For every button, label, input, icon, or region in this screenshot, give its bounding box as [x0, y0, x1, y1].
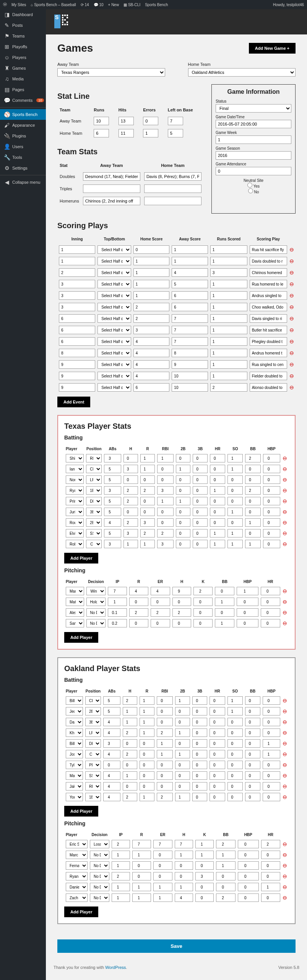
lob-input[interactable]: [168, 129, 183, 137]
r-input[interactable]: [140, 454, 155, 462]
h-input[interactable]: [123, 529, 138, 537]
delete-row-button[interactable]: ⊖: [282, 475, 288, 485]
delete-row-button[interactable]: ⊖: [282, 717, 288, 727]
delete-row-button[interactable]: ⊖: [282, 728, 288, 738]
lob-input[interactable]: [168, 117, 183, 125]
r-input[interactable]: [140, 497, 155, 505]
b2-input[interactable]: [176, 465, 191, 473]
ip-input[interactable]: [108, 619, 127, 627]
inning-input[interactable]: [59, 257, 95, 265]
r-input[interactable]: [132, 851, 151, 859]
k-input[interactable]: [195, 861, 214, 870]
half-select[interactable]: Select Half of Inn: [97, 326, 131, 334]
half-select[interactable]: Select Half of Inn: [97, 303, 131, 311]
hbp-input[interactable]: [238, 861, 259, 870]
er-input[interactable]: [153, 883, 172, 891]
b2-input[interactable]: [176, 497, 191, 505]
r-input[interactable]: [140, 696, 154, 705]
delete-row-button[interactable]: ⊖: [282, 839, 288, 849]
er-input[interactable]: [151, 598, 170, 606]
homescore-input[interactable]: [133, 360, 169, 369]
so-input[interactable]: [227, 475, 243, 484]
hr-input[interactable]: [210, 771, 225, 780]
runsscored-input[interactable]: [210, 314, 247, 323]
delete-row-button[interactable]: ⊖: [282, 861, 288, 871]
r-input[interactable]: [140, 771, 154, 780]
er-input[interactable]: [153, 840, 172, 848]
awayscore-input[interactable]: [172, 372, 208, 380]
delete-row-button[interactable]: ⊖: [282, 696, 288, 706]
position-select[interactable]: SS: [85, 771, 101, 780]
b3-input[interactable]: [192, 771, 207, 780]
hbp-input[interactable]: [237, 598, 258, 606]
h-input[interactable]: [123, 761, 137, 769]
h-input[interactable]: [123, 707, 137, 715]
ip-input[interactable]: [108, 598, 127, 606]
so-input[interactable]: [227, 718, 243, 726]
bb-input[interactable]: [215, 608, 234, 617]
h-input[interactable]: [172, 619, 192, 627]
delete-row-button[interactable]: ⊖: [289, 382, 295, 393]
sportsbench-link[interactable]: Sports Bench: [145, 3, 168, 7]
so-input[interactable]: [227, 454, 243, 462]
r-input[interactable]: [140, 475, 155, 484]
position-select[interactable]: LF: [85, 728, 101, 737]
delete-row-button[interactable]: ⊖: [282, 618, 288, 628]
hr-input[interactable]: [261, 587, 280, 595]
delete-row-button[interactable]: ⊖: [282, 781, 288, 791]
away-team-select[interactable]: Texas Rangers: [57, 68, 165, 77]
delete-row-button[interactable]: ⊖: [289, 336, 295, 347]
half-select[interactable]: Select Half of Inn: [97, 349, 131, 357]
inning-input[interactable]: [59, 291, 95, 300]
player-select[interactable]: Danny Valencia: [66, 718, 83, 726]
er-input[interactable]: [151, 608, 170, 617]
rbi-input[interactable]: [157, 696, 173, 705]
b2-input[interactable]: [176, 518, 191, 527]
k-input[interactable]: [193, 608, 213, 617]
b2-input[interactable]: [176, 508, 191, 516]
home-stat-input[interactable]: [144, 197, 201, 205]
b3-input[interactable]: [192, 761, 207, 769]
sidebar-item-users[interactable]: 👤Users: [0, 141, 46, 152]
ab-input[interactable]: [103, 707, 120, 715]
bb-input[interactable]: [245, 739, 260, 748]
hr-input[interactable]: [261, 893, 280, 902]
player-select[interactable]: Khris Davis: [66, 728, 83, 737]
b2-input[interactable]: [175, 761, 190, 769]
rbi-input[interactable]: [157, 761, 173, 769]
decision-select[interactable]: No Decis: [90, 893, 109, 902]
so-input[interactable]: [227, 540, 243, 548]
hr-input[interactable]: [210, 728, 225, 737]
player-select[interactable]: Ian Desmond: [66, 465, 84, 473]
ab-input[interactable]: [103, 696, 120, 705]
k-input[interactable]: [193, 587, 213, 595]
b3-input[interactable]: [192, 696, 207, 705]
r-input[interactable]: [140, 718, 154, 726]
awayscore-input[interactable]: [172, 257, 208, 265]
inning-input[interactable]: [59, 337, 95, 346]
bb-input[interactable]: [216, 883, 235, 891]
bb-input[interactable]: [216, 851, 235, 859]
runsscored-input[interactable]: [210, 291, 247, 300]
comments-link[interactable]: 💬 10: [94, 3, 104, 7]
delete-row-button[interactable]: ⊖: [282, 496, 288, 506]
ab-input[interactable]: [103, 793, 120, 801]
player-select[interactable]: Sam Dyson: [66, 619, 84, 627]
r-input[interactable]: [132, 861, 151, 870]
half-select[interactable]: Select Half of Inn: [97, 314, 131, 323]
rbi-input[interactable]: [157, 718, 173, 726]
play-input[interactable]: [250, 303, 287, 311]
position-select[interactable]: RF: [86, 454, 102, 462]
b3-input[interactable]: [193, 540, 208, 548]
r-input[interactable]: [140, 508, 155, 516]
ip-input[interactable]: [112, 840, 130, 848]
half-select[interactable]: Select Half of Inn: [97, 257, 131, 265]
rbi-input[interactable]: [157, 465, 173, 473]
b2-input[interactable]: [176, 540, 191, 548]
status-select[interactable]: Final: [216, 104, 291, 113]
h-input[interactable]: [175, 861, 193, 870]
homescore-input[interactable]: [133, 349, 169, 357]
hr-input[interactable]: [210, 696, 225, 705]
hbp-input[interactable]: [237, 608, 258, 617]
bb-input[interactable]: [215, 587, 234, 595]
